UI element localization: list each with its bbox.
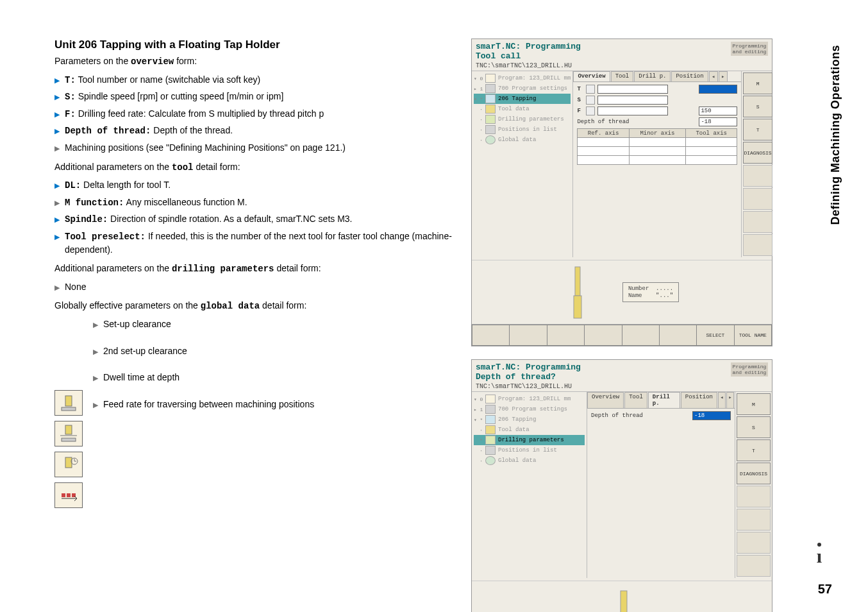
tab-scroll-right[interactable]: ▸	[719, 71, 728, 81]
form-tabs[interactable]: OverviewToolDrill p.Position◂▸	[573, 71, 741, 82]
tab-position[interactable]: Position	[681, 392, 717, 408]
softkey-blank[interactable]	[585, 325, 622, 346]
bullet-text: F: Drilling feed rate: Calculate from S …	[65, 108, 324, 121]
mode-button-blank[interactable]	[743, 165, 772, 187]
bullet-item: ▶Dwell time at depth	[93, 371, 452, 384]
tree-label: 206 Tapping	[498, 96, 536, 102]
bullet-item: ▶Spindle: Direction of spindle rotation.…	[54, 213, 452, 226]
dwell-time-icon	[54, 452, 83, 477]
mode-button-s[interactable]: S	[737, 416, 771, 438]
tree-row[interactable]: ▸ 1700 Program settings	[474, 83, 571, 94]
softkey-blank[interactable]	[547, 325, 585, 346]
mode-button-blank[interactable]	[743, 234, 772, 256]
svg-rect-13	[65, 425, 72, 434]
tool-intro: Additional parameters on the tool detail…	[54, 161, 452, 174]
bullet-marker-icon: ▶	[93, 373, 98, 383]
tab-overview[interactable]: Overview	[573, 71, 610, 81]
softkey-blank[interactable]	[510, 325, 547, 346]
ref-axis-table[interactable]: Ref. axisMinor axisTool axis	[577, 128, 737, 165]
mode-button-m[interactable]: M	[743, 72, 772, 94]
softkey-select[interactable]: SELECT	[697, 325, 734, 346]
bullet-text: Feed rate for traversing between machini…	[103, 398, 314, 411]
bullet-bold: DL:	[65, 180, 81, 191]
field-T[interactable]	[597, 85, 668, 94]
tree-row[interactable]: ▾ *206 Tapping	[474, 94, 571, 104]
mode-button-diagnosis[interactable]: DIAGNOSIS	[743, 142, 772, 164]
mode-button-m[interactable]: M	[737, 393, 771, 415]
tree-row[interactable]: ·Global data	[474, 455, 585, 466]
tree-label: 206 Tapping	[498, 416, 536, 423]
program-tree[interactable]: ▾ 0Program: 123_DRILL mm▸ 1700 Program s…	[472, 71, 573, 257]
mode-button-blank[interactable]	[737, 509, 771, 531]
tab-tool[interactable]: Tool	[624, 392, 647, 408]
field-T-aux[interactable]	[699, 85, 737, 94]
hint-dots: .....	[656, 286, 673, 293]
mode-button-t[interactable]: T	[743, 119, 772, 140]
mode-button-blank[interactable]	[737, 555, 771, 577]
intro-text: Globally effective parameters on the	[54, 300, 201, 310]
mode-button-blank[interactable]	[737, 532, 771, 554]
softkey-blank[interactable]	[622, 325, 660, 346]
program-tree[interactable]: ▾ 0Program: 123_DRILL mm▸ 1700 Program s…	[472, 392, 587, 578]
intro-bold: drilling parameters	[172, 264, 274, 274]
bullet-bold: Depth of thread:	[65, 126, 151, 136]
tab-scroll-left[interactable]: ◂	[718, 392, 726, 408]
tree-label: Tool data	[498, 427, 530, 433]
mode-button-t[interactable]: T	[737, 439, 771, 461]
diagram-area: Number ..... Name "..."	[472, 260, 772, 324]
svg-rect-12	[62, 407, 76, 411]
bullet-bold: Tool preselect:	[65, 232, 146, 242]
section-heading: Unit 206 Tapping with a Floating Tap Hol…	[54, 38, 452, 51]
bullet-text: None	[65, 281, 86, 294]
softkey-blank[interactable]	[660, 325, 697, 346]
mode-button-blank[interactable]	[743, 211, 772, 233]
tree-row[interactable]: *Drilling parameters	[474, 435, 585, 445]
mode-button-column: MSTDIAGNOSIS	[741, 71, 773, 257]
depth-label: Depth of thread	[591, 412, 643, 419]
tree-row[interactable]: ▸ 1700 Program settings	[474, 404, 585, 414]
intro-text-post: detail form:	[194, 162, 240, 172]
tab-scroll-right[interactable]: ▸	[726, 392, 734, 408]
mode-button-diagnosis[interactable]: DIAGNOSIS	[737, 463, 771, 484]
tree-node-icon	[485, 405, 496, 414]
tab-position[interactable]: Position	[671, 71, 708, 81]
tree-row[interactable]: ·Positions in list	[474, 445, 585, 455]
softkey-blank[interactable]	[472, 325, 510, 346]
tree-row[interactable]: ·Drilling parameters	[474, 114, 571, 124]
bullet-marker-icon: ▶	[54, 144, 60, 153]
field-depth[interactable]: -18	[699, 117, 737, 126]
tab-overview[interactable]: Overview	[587, 392, 624, 408]
tree-row[interactable]: ·Tool data	[474, 425, 585, 435]
setup-clearance-icon	[54, 390, 83, 416]
field-S[interactable]	[597, 96, 668, 105]
tool-bullet-list: ▶DL: Delta length for tool T.▶M function…	[54, 179, 452, 256]
tab-drillp[interactable]: Drill p.	[648, 392, 680, 408]
mode-button-blank[interactable]	[743, 188, 772, 210]
mode-button-s[interactable]: S	[743, 96, 772, 117]
tree-row[interactable]: ▾ *206 Tapping	[474, 414, 585, 425]
svg-rect-21	[67, 493, 71, 497]
form-tabs[interactable]: OverviewToolDrill p.Position◂▸	[587, 392, 735, 409]
tree-row[interactable]: ·Positions in list	[474, 124, 571, 135]
col-tool-axis: Tool axis	[686, 129, 737, 138]
bullet-item: ▶Tool preselect: If needed, this is the …	[54, 230, 452, 256]
tab-drillp[interactable]: Drill p.	[634, 71, 671, 81]
form-panel: OverviewToolDrill p.Position◂▸ Depth of …	[587, 392, 735, 578]
tree-row[interactable]: ▾ 0Program: 123_DRILL mm	[474, 73, 571, 83]
tree-label: Drilling parameters	[498, 437, 564, 443]
field-F[interactable]: 150	[699, 106, 737, 115]
tree-row[interactable]: ·Global data	[474, 135, 571, 145]
field-depth[interactable]: -18	[692, 411, 731, 420]
tree-node-icon	[485, 84, 496, 93]
tree-row[interactable]: ▾ 0Program: 123_DRILL mm	[474, 394, 585, 404]
drill-bullet-list: ▶None	[54, 281, 452, 294]
mode-button-blank[interactable]	[737, 486, 771, 507]
tab-tool[interactable]: Tool	[611, 71, 634, 81]
window-title: smarT.NC: Programming	[476, 362, 581, 372]
tree-row[interactable]: ·Tool data	[474, 104, 571, 114]
field-F-aux[interactable]	[597, 106, 668, 115]
tab-scroll-left[interactable]: ◂	[709, 71, 718, 81]
softkey-bar[interactable]: SELECTTOOL NAME	[472, 324, 772, 346]
bullet-text: 2nd set-up clearance	[103, 345, 187, 358]
softkey-tool-name[interactable]: TOOL NAME	[735, 325, 772, 346]
